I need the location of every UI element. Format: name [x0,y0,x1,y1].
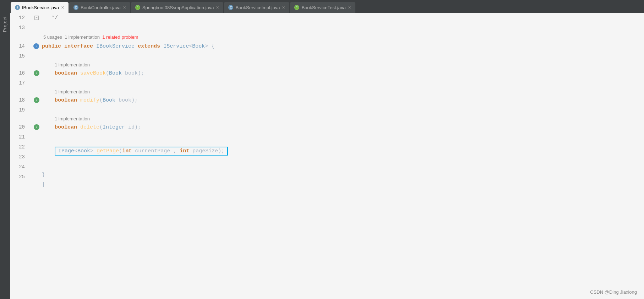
code-classname-book18: Book [103,97,115,103]
code-indent-18 [42,97,55,103]
tab-label-bookserviceimpl: BookServiceImpl.java [235,5,280,10]
code-param-ps: pageSize); [189,148,224,154]
code-kw-int-cp: int [122,148,132,154]
hint-sep2 [100,34,102,40]
code-cursor-25: | [42,182,45,188]
fold-icon-12[interactable]: − [34,16,39,20]
gutter-impl-icon-20[interactable]: ↓ [34,124,39,130]
tab-icon-springbootapp: 🍃 [135,5,140,10]
code-row-13 [42,23,644,33]
ln-22: 22 [10,142,28,152]
code-classname-book22: Book [77,148,90,154]
gutter-23 [31,152,42,162]
tab-label-bookcontroller: BookController.java [81,5,121,10]
code-kw-boolean-18: boolean [55,97,77,103]
ln-15: 15 [10,51,28,61]
code-method-savebook: saveBook [80,70,106,76]
code-method-getpage: getPage [97,148,119,154]
code-plain-18c: book); [115,97,138,103]
code-plain-20b: ( [99,124,103,130]
code-plain-14f: > { [205,43,214,49]
tab-label-ibookservice: IBookService.java [22,5,59,10]
gutter-hint14 [31,33,42,41]
ln-16: 16 [10,68,28,78]
gutter-impl-icon-18[interactable]: ↓ [34,97,39,103]
ln-13: 13 [10,23,28,33]
code-param-cp: currentPage , [132,148,180,154]
gutter-hint20 [31,115,42,122]
code-brace-close-24: } [42,172,45,178]
gutter-18: ↓ [31,95,42,105]
code-method-modify: modify [80,97,99,103]
tab-close-ibookservice[interactable]: ✕ [61,5,64,10]
tab-icon-bookserviceimpl: C [228,5,233,10]
code-paren-22a: ( [119,148,122,154]
code-plain-16a [77,70,80,76]
line-numbers: 12 13 14 15 16 17 18 19 20 21 22 23 24 2… [10,13,31,299]
ln-18: 18 [10,95,28,105]
tab-label-springbootapp: Springboot08SsmpApplication.java [142,5,214,10]
ln-hint-20 [10,115,28,122]
code-comment-12: */ [42,15,58,21]
gutter: − ↓ ↓ ↓ ↓ [31,13,42,299]
gutter-14: ↓ [31,41,42,51]
tab-icon-bookcontroller: C [73,5,78,10]
tab-bookserviceimpl[interactable]: C BookServiceImpl.java ✕ [224,2,289,13]
code-classname-integer: Integer [103,124,125,130]
hints-row-16: 1 implementation [42,61,644,68]
gutter-25 [31,172,42,182]
hints-row-14: 5 usages 1 implementation 1 related prob… [42,33,644,41]
hints-row-18: 1 implementation [42,88,644,95]
ln-hint-14 [10,33,28,41]
ln-hint-18 [10,88,28,95]
ln-12: 12 [10,13,28,23]
code-row-17 [42,78,644,88]
gutter-20: ↓ [31,122,42,132]
tab-bookservicetest[interactable]: 🍃 BookServiceTest.java ✕ [290,2,355,13]
gutter-impl-icon-14[interactable]: ↓ [33,43,39,49]
impl-hint-16: 1 implementation [55,62,90,67]
related-problem-hint: 1 related problem [102,34,138,40]
editor-area: 12 13 14 15 16 17 18 19 20 21 22 23 24 2… [10,13,644,299]
code-classname-ipage: IPage [58,148,74,154]
impl-hint-20: 1 implementation [55,116,90,121]
usages-hint: 5 usages [43,34,62,40]
code-row-15 [42,51,644,61]
gutter-impl-icon-16[interactable]: ↓ [34,70,39,76]
implementation-hint-14: 1 implementation [65,34,100,40]
code-kw-public-14: public [42,43,61,49]
tab-close-bookservicetest[interactable]: ✕ [348,5,351,10]
tab-springbootapp[interactable]: 🍃 Springboot08SsmpApplication.java ✕ [131,2,224,13]
tab-icon-bookservicetest: 🍃 [294,5,299,10]
gutter-24 [31,162,42,172]
tab-bar: I IBookService.java ✕ C BookController.j… [0,0,644,13]
code-classname-book14: Book [192,43,205,49]
tab-bookcontroller[interactable]: C BookController.java ✕ [69,2,130,13]
ln-24: 24 [10,162,28,172]
code-plain-16c: book); [122,70,144,76]
ln-20: 20 [10,122,28,132]
hints-row-20: 1 implementation [42,115,644,122]
tab-close-bookcontroller[interactable]: ✕ [123,5,126,10]
code-classname-iservice: IService [163,43,189,49]
tab-close-bookserviceimpl[interactable]: ✕ [282,5,285,10]
gutter-hint18 [31,88,42,95]
hint-sep1 [62,34,65,40]
main-area: Project 12 13 14 15 16 17 18 19 20 21 22… [0,13,644,299]
ln-19: 19 [10,105,28,115]
code-area[interactable]: */ 5 usages 1 implementation 1 related p… [42,13,644,299]
gutter-17 [31,78,42,88]
ln-25: 25 [10,172,28,182]
code-lt-22: < [74,148,77,154]
code-indent-22 [42,148,55,154]
gutter-hint16 [31,61,42,68]
project-sidebar[interactable]: Project [0,13,10,299]
tab-icon-ibookservice: I [15,5,20,10]
gutter-16: ↓ [31,68,42,78]
code-row-21 [42,132,644,142]
tab-close-springbootapp[interactable]: ✕ [216,5,219,10]
code-highlight-box-22[interactable]: IPage < Book > getPage ( int currentPage… [55,147,228,156]
tab-ibookservice[interactable]: I IBookService.java ✕ [11,2,69,13]
impl-hint-18: 1 implementation [55,89,90,94]
code-kw-interface-14: interface [64,43,93,49]
